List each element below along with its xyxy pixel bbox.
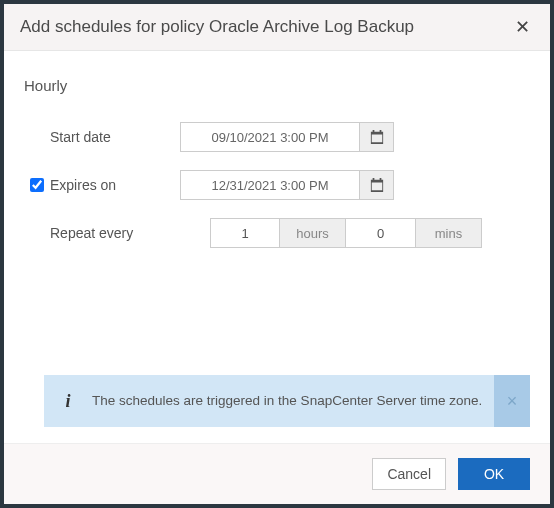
modal-title: Add schedules for policy Oracle Archive … bbox=[20, 17, 414, 37]
modal-header: Add schedules for policy Oracle Archive … bbox=[4, 4, 550, 51]
hours-unit-label: hours bbox=[280, 218, 346, 248]
start-date-row: Start date bbox=[24, 122, 530, 152]
repeat-label: Repeat every bbox=[30, 225, 180, 241]
start-date-group bbox=[180, 122, 394, 152]
start-date-label-text: Start date bbox=[50, 129, 111, 145]
repeat-label-text: Repeat every bbox=[50, 225, 133, 241]
expires-on-calendar-button[interactable] bbox=[360, 170, 394, 200]
expires-on-row: Expires on bbox=[24, 170, 530, 200]
section-title: Hourly bbox=[24, 77, 530, 94]
ok-button[interactable]: OK bbox=[458, 458, 530, 490]
schedule-modal: Add schedules for policy Oracle Archive … bbox=[4, 4, 550, 504]
info-icon: i bbox=[44, 375, 92, 427]
expires-on-label-text: Expires on bbox=[50, 177, 116, 193]
info-text: The schedules are triggered in the SnapC… bbox=[92, 375, 494, 427]
start-date-label: Start date bbox=[30, 129, 180, 145]
repeat-group: hours mins bbox=[210, 218, 482, 248]
calendar-icon bbox=[370, 130, 384, 144]
repeat-row: Repeat every hours mins bbox=[24, 218, 530, 248]
modal-footer: Cancel OK bbox=[4, 443, 550, 504]
start-date-calendar-button[interactable] bbox=[360, 122, 394, 152]
mins-unit-label: mins bbox=[416, 218, 482, 248]
expires-on-input[interactable] bbox=[180, 170, 360, 200]
close-icon[interactable]: ✕ bbox=[511, 16, 534, 38]
expires-on-checkbox[interactable] bbox=[30, 178, 44, 192]
expires-on-label: Expires on bbox=[30, 177, 180, 193]
cancel-button[interactable]: Cancel bbox=[372, 458, 446, 490]
info-dismiss-button[interactable]: × bbox=[494, 375, 530, 427]
repeat-hours-input[interactable] bbox=[210, 218, 280, 248]
calendar-icon bbox=[370, 178, 384, 192]
info-banner: i The schedules are triggered in the Sna… bbox=[44, 375, 530, 427]
expires-on-group bbox=[180, 170, 394, 200]
modal-body: Hourly Start date Expires on bbox=[4, 51, 550, 375]
start-date-input[interactable] bbox=[180, 122, 360, 152]
repeat-mins-input[interactable] bbox=[346, 218, 416, 248]
